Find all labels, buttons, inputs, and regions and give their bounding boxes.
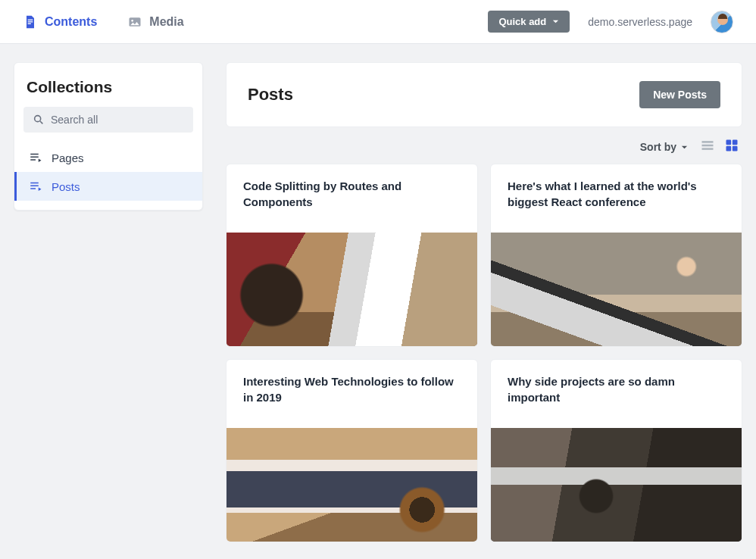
- svg-rect-15: [702, 148, 714, 150]
- panel-header: Posts New Posts: [226, 62, 742, 127]
- grid-view-icon[interactable]: [724, 138, 739, 156]
- sort-by-dropdown[interactable]: Sort by: [640, 141, 688, 153]
- sidebar-title: Collections: [27, 78, 190, 96]
- svg-rect-10: [30, 183, 39, 184]
- sidebar: Collections Pages Posts: [14, 62, 203, 211]
- svg-rect-9: [30, 159, 36, 161]
- svg-rect-16: [726, 140, 732, 145]
- caret-down-icon: [552, 18, 559, 25]
- sidebar-item-pages[interactable]: Pages: [14, 143, 202, 172]
- svg-rect-12: [30, 188, 36, 189]
- post-thumbnail: [491, 233, 742, 346]
- quick-add-label: Quick add: [498, 16, 546, 27]
- svg-line-6: [40, 121, 42, 123]
- sidebar-item-posts[interactable]: Posts: [14, 172, 202, 201]
- search-input[interactable]: [51, 114, 184, 126]
- list-view-icon[interactable]: [700, 138, 715, 156]
- svg-rect-13: [702, 141, 714, 143]
- post-thumbnail: [226, 428, 477, 542]
- image-icon: [127, 14, 142, 30]
- collection-list: Pages Posts: [14, 143, 202, 201]
- svg-rect-11: [30, 186, 39, 187]
- svg-rect-0: [28, 19, 33, 20]
- post-card[interactable]: Why side projects are so damn important: [490, 359, 742, 542]
- post-thumbnail: [491, 428, 742, 542]
- new-posts-button[interactable]: New Posts: [639, 81, 720, 108]
- svg-rect-19: [733, 146, 738, 151]
- topnav: Contents Media: [23, 14, 184, 30]
- document-icon: [23, 14, 38, 30]
- pages-icon: [29, 151, 42, 164]
- nav-media[interactable]: Media: [127, 14, 183, 30]
- post-title: Why side projects are so damn important: [491, 360, 742, 428]
- main: Posts New Posts Sort by Code Split: [226, 62, 742, 542]
- svg-rect-1: [28, 21, 33, 22]
- post-card[interactable]: Interesting Web Technologies to follow i…: [226, 359, 478, 542]
- sort-by-label: Sort by: [640, 141, 676, 153]
- page-title: Posts: [248, 85, 293, 105]
- caret-down-icon: [681, 144, 688, 151]
- quick-add-button[interactable]: Quick add: [488, 11, 570, 33]
- svg-rect-17: [733, 140, 738, 145]
- svg-rect-14: [702, 145, 714, 147]
- topbar: Contents Media Quick add demo.serverless…: [0, 0, 756, 44]
- post-title: Interesting Web Technologies to follow i…: [226, 360, 477, 428]
- nav-media-label: Media: [149, 15, 183, 29]
- domain-text[interactable]: demo.serverless.page: [588, 16, 692, 28]
- toolbar: Sort by: [226, 127, 742, 164]
- post-thumbnail: [226, 233, 477, 346]
- sidebar-item-label: Pages: [52, 151, 84, 164]
- avatar[interactable]: [711, 11, 733, 33]
- nav-contents[interactable]: Contents: [23, 14, 97, 30]
- svg-rect-2: [28, 23, 31, 23]
- svg-rect-7: [30, 154, 39, 155]
- svg-point-4: [132, 20, 134, 22]
- post-title: Here's what I learned at the world's big…: [491, 164, 742, 233]
- post-card[interactable]: Code Splitting by Routes and Components: [226, 164, 478, 347]
- sidebar-item-label: Posts: [52, 180, 80, 193]
- svg-rect-18: [726, 146, 732, 151]
- search-icon: [33, 114, 45, 126]
- post-card[interactable]: Here's what I learned at the world's big…: [490, 164, 742, 347]
- posts-grid: Code Splitting by Routes and Components …: [226, 164, 742, 542]
- nav-contents-label: Contents: [45, 15, 97, 29]
- svg-rect-8: [30, 157, 39, 158]
- view-toggle: [700, 138, 739, 156]
- post-title: Code Splitting by Routes and Components: [226, 164, 477, 233]
- svg-point-5: [35, 116, 41, 122]
- search-box[interactable]: [23, 107, 193, 133]
- posts-icon: [29, 180, 42, 193]
